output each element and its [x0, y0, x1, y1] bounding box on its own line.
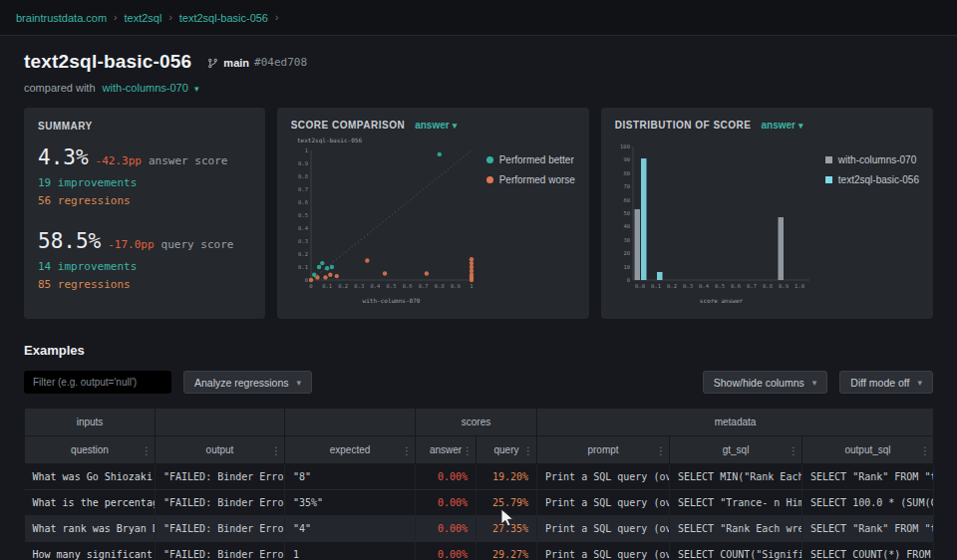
svg-text:0.9: 0.9 — [779, 283, 789, 289]
cell-query[interactable]: 19.20% — [477, 464, 537, 490]
cell-prompt[interactable]: Print a SQL query (over a … — [537, 516, 670, 542]
column-header-output_sql[interactable]: output_sql⋮ — [802, 436, 934, 464]
column-menu-icon[interactable]: ⋮ — [523, 444, 533, 455]
table-row[interactable]: What rank was Bryan Daniel…"FAILED: Bind… — [25, 516, 934, 542]
cell-prompt[interactable]: Print a SQL query (over a … — [537, 464, 670, 490]
legend-baseline-experiment: with-columns-070 — [825, 154, 919, 165]
cell-output_sql[interactable]: SELECT "Rank" FROM "table"… — [802, 516, 934, 542]
cell-question[interactable]: How many significant relat… — [25, 542, 156, 560]
overview-panels: SUMMARY 4.3%-42.3ppanswer score 19 impro… — [24, 108, 933, 319]
column-header-prompt[interactable]: prompt⋮ — [537, 436, 670, 464]
query-score-value: 58.5% — [38, 229, 101, 253]
cell-gt_sql[interactable]: SELECT MIN("Rank Each wres… — [670, 464, 802, 490]
page-header: text2sql-basic-056 main #04ed708 — [24, 51, 933, 73]
cell-gt_sql[interactable]: SELECT "Rank Each wrestler… — [670, 516, 802, 542]
table-row[interactable]: How many significant relat…"FAILED: Bind… — [25, 542, 934, 560]
breadcrumb-experiment-link[interactable]: text2sql-basic-056 — [179, 12, 268, 24]
cell-answer[interactable]: 0.00% — [416, 490, 477, 516]
cell-question[interactable]: What is the percentage of … — [25, 490, 156, 516]
chevron-down-icon: ▾ — [297, 378, 302, 388]
cell-query[interactable]: 29.27% — [477, 542, 537, 560]
column-label: output — [206, 444, 234, 455]
cell-expected[interactable]: 1 — [285, 542, 416, 560]
svg-text:score answer: score answer — [700, 297, 744, 304]
cell-output[interactable]: "FAILED: Binder Error: Ref… — [156, 464, 285, 490]
svg-text:0.4: 0.4 — [370, 283, 381, 289]
cell-output[interactable]: "FAILED: Binder Error: Val… — [156, 490, 285, 516]
git-branch-info: main #04ed708 — [207, 56, 307, 69]
column-group-inputs: inputs — [25, 409, 156, 436]
query-score-delta: -17.0pp — [108, 238, 154, 251]
column-menu-icon[interactable]: ⋮ — [920, 444, 930, 455]
cell-output_sql[interactable]: SELECT "Rank" FROM "table"… — [802, 464, 934, 490]
column-menu-icon[interactable]: ⋮ — [271, 444, 281, 455]
answer-improvements: 19 improvements — [38, 176, 251, 189]
column-label: expected — [330, 444, 371, 455]
cell-query[interactable]: 25.79% — [477, 490, 537, 516]
column-header-gt_sql[interactable]: gt_sql⋮ — [670, 436, 802, 464]
table-row[interactable]: What is the percentage of …"FAILED: Bind… — [25, 490, 934, 516]
svg-text:0.4: 0.4 — [699, 283, 710, 289]
svg-text:0.1: 0.1 — [298, 264, 308, 270]
performed-worse-dot-icon — [486, 176, 493, 183]
column-header-question[interactable]: question⋮ — [25, 436, 156, 464]
cell-output[interactable]: "FAILED: Binder Error: Ref… — [156, 516, 285, 542]
breadcrumb-project-link[interactable]: text2sql — [124, 12, 161, 24]
svg-text:with-columns-070: with-columns-070 — [362, 297, 420, 304]
cell-expected[interactable]: "4" — [285, 516, 416, 542]
column-group-empty — [156, 409, 285, 436]
summary-panel: SUMMARY 4.3%-42.3ppanswer score 19 impro… — [24, 108, 265, 319]
cell-gt_sql[interactable]: SELECT COUNT("Significant … — [670, 542, 802, 560]
column-menu-icon[interactable]: ⋮ — [656, 444, 666, 455]
cell-output_sql[interactable]: SELECT 100.0 * (SUM(CASE W… — [802, 490, 934, 516]
cell-question[interactable]: What was Go Shiozaki's ran… — [25, 464, 156, 490]
column-menu-icon[interactable]: ⋮ — [402, 444, 412, 455]
cell-question[interactable]: What rank was Bryan Daniel… — [25, 516, 156, 542]
column-header-answer[interactable]: answer⋮ — [416, 436, 477, 464]
filter-input[interactable] — [24, 371, 171, 394]
cell-prompt[interactable]: Print a SQL query (over a … — [537, 490, 670, 516]
baseline-square-icon — [825, 156, 832, 163]
column-header-expected[interactable]: expected⋮ — [285, 436, 416, 464]
column-menu-icon[interactable]: ⋮ — [463, 444, 473, 455]
breadcrumb-chevron-icon: › — [114, 12, 117, 23]
cell-prompt[interactable]: Print a SQL query (over a … — [537, 542, 670, 560]
analyze-regressions-button[interactable]: Analyze regressions▾ — [183, 371, 312, 394]
query-improvements: 14 improvements — [38, 260, 251, 273]
column-label: prompt — [587, 444, 618, 455]
query-score-metric: 58.5%-17.0ppquery score — [38, 229, 251, 253]
svg-text:0.3: 0.3 — [298, 238, 308, 244]
cell-query[interactable]: 27.35% — [477, 516, 537, 542]
cell-output_sql[interactable]: SELECT COUNT(*) FROM "tabl… — [802, 542, 934, 560]
column-label: answer — [430, 444, 462, 455]
branch-name: main — [223, 57, 249, 69]
table-row[interactable]: What was Go Shiozaki's ran…"FAILED: Bind… — [25, 464, 934, 490]
cell-expected[interactable]: "35%" — [285, 490, 416, 516]
score-comparison-metric-selector[interactable]: answer▾ — [415, 120, 457, 131]
svg-text:0.9: 0.9 — [451, 283, 461, 289]
table-header-row: question⋮output⋮expected⋮answer⋮query⋮pr… — [25, 436, 934, 464]
cell-output[interactable]: "FAILED: Binder Error: Ref… — [156, 542, 285, 560]
column-menu-icon[interactable]: ⋮ — [789, 444, 798, 455]
column-header-query[interactable]: query⋮ — [477, 436, 537, 464]
svg-text:0.8: 0.8 — [298, 173, 308, 179]
distribution-metric-selector[interactable]: answer▾ — [761, 120, 802, 131]
breadcrumb-org-link[interactable]: braintrustdata.com — [16, 12, 107, 24]
distribution-panel: DISTRIBUTION OF SCORE answer▾ 0102030405… — [601, 108, 933, 319]
svg-text:1: 1 — [470, 283, 473, 289]
distribution-title: DISTRIBUTION OF SCORE — [615, 120, 752, 131]
svg-text:0: 0 — [304, 277, 307, 283]
show-hide-columns-button[interactable]: Show/hide columns▾ — [703, 371, 828, 394]
column-menu-icon[interactable]: ⋮ — [142, 444, 152, 455]
cell-gt_sql[interactable]: SELECT "Trance- n Himalaya… — [670, 490, 802, 516]
column-header-output[interactable]: output⋮ — [156, 436, 285, 464]
svg-text:50: 50 — [623, 210, 630, 216]
cell-expected[interactable]: "8" — [285, 464, 416, 490]
cell-answer[interactable]: 0.00% — [416, 516, 477, 542]
breadcrumb-chevron-icon: › — [168, 12, 171, 23]
diff-mode-button[interactable]: Diff mode off▾ — [839, 371, 933, 394]
cell-answer[interactable]: 0.00% — [416, 464, 477, 490]
compared-with-selector[interactable]: with-columns-070 ▾ — [103, 82, 199, 94]
cell-answer[interactable]: 0.00% — [416, 542, 477, 560]
examples-table-body: What was Go Shiozaki's ran…"FAILED: Bind… — [25, 464, 934, 560]
